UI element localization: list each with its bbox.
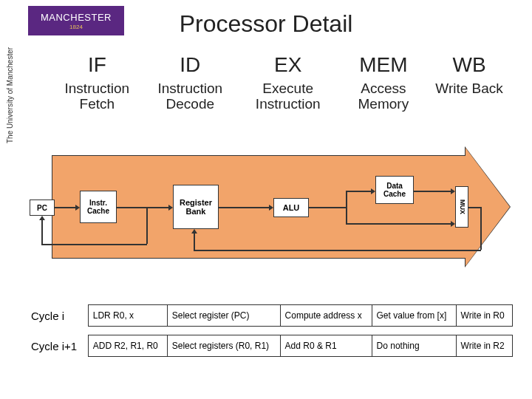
cell: Write in R0	[456, 305, 512, 327]
stage-name: Instruction Decode	[143, 81, 238, 112]
cycle-table: Cycle i LDR R0, x Select register (PC) C…	[27, 304, 513, 357]
cell: Compute address x	[280, 305, 372, 327]
cell: Select registers (R0, R1)	[167, 335, 280, 357]
stage-name: Write Back	[429, 81, 510, 97]
wire-alu-to-mux	[346, 223, 451, 225]
block-instr-cache: Instr. Cache	[80, 191, 117, 223]
wire-feedback-h1	[41, 244, 147, 245]
stage-id: ID Instruction Decode	[143, 53, 238, 112]
cell: Select register (PC)	[167, 305, 280, 327]
wire-alu-split-v	[346, 191, 347, 224]
stage-mem: MEM Access Memory	[338, 53, 429, 112]
stage-name: Instruction Fetch	[52, 81, 143, 112]
table-row: Cycle i LDR R0, x Select register (PC) C…	[27, 305, 513, 327]
wire-wb-v2	[194, 233, 195, 250]
block-data-cache: Data Cache	[375, 176, 414, 204]
stage-code: EX	[238, 53, 338, 77]
stage-code: IF	[52, 53, 143, 77]
stage-name: Access Memory	[338, 81, 429, 112]
stage-ex: EX Execute Instruction	[238, 53, 338, 112]
wire-icache-to-regbank	[117, 207, 168, 208]
block-alu: ALU	[273, 198, 309, 217]
row-label: Cycle i	[27, 305, 88, 327]
stage-code: MEM	[338, 53, 429, 77]
table-spacer	[27, 327, 513, 335]
stage-name: Execute Instruction	[238, 81, 338, 112]
page-title: Processor Detail	[0, 10, 532, 38]
wire-wb-h1	[468, 207, 480, 208]
wire-alu-to-dcache	[346, 191, 371, 192]
pipeline-stage-labels: IF Instruction Fetch ID Instruction Deco…	[52, 53, 510, 112]
cell: Do nothing	[372, 335, 456, 357]
wire-wb-h2	[194, 250, 481, 251]
block-register-bank: Register Bank	[173, 185, 219, 229]
pipeline-diagram: PC Instr. Cache Register Bank ALU Data C…	[52, 155, 510, 259]
table-row: Cycle i+1 ADD R2, R1, R0 Select register…	[27, 335, 513, 357]
wire-wb-v1	[480, 207, 482, 250]
cell: LDR R0, x	[88, 305, 167, 327]
logo-sidetext: The University of Manchester	[6, 40, 16, 143]
cell: Add R0 & R1	[280, 335, 372, 357]
stage-code: ID	[143, 53, 238, 77]
block-pc: PC	[30, 200, 55, 216]
cell: Get value from [x]	[372, 305, 456, 327]
wire-feedback-v2	[41, 220, 43, 245]
cell: Write in R2	[456, 335, 512, 357]
wire-feedback-v1	[146, 207, 148, 244]
row-label: Cycle i+1	[27, 335, 88, 357]
stage-wb: WB Write Back	[429, 53, 510, 112]
block-mux: MUX	[455, 186, 468, 228]
cell: ADD R2, R1, R0	[88, 335, 167, 357]
wire-dcache-to-mux	[414, 191, 451, 192]
wire-pc-to-icache	[55, 207, 75, 208]
wire-regbank-to-alu	[219, 207, 269, 208]
stage-if: IF Instruction Fetch	[52, 53, 143, 112]
wire-alu-out-h	[309, 207, 346, 208]
stage-code: WB	[429, 53, 510, 77]
